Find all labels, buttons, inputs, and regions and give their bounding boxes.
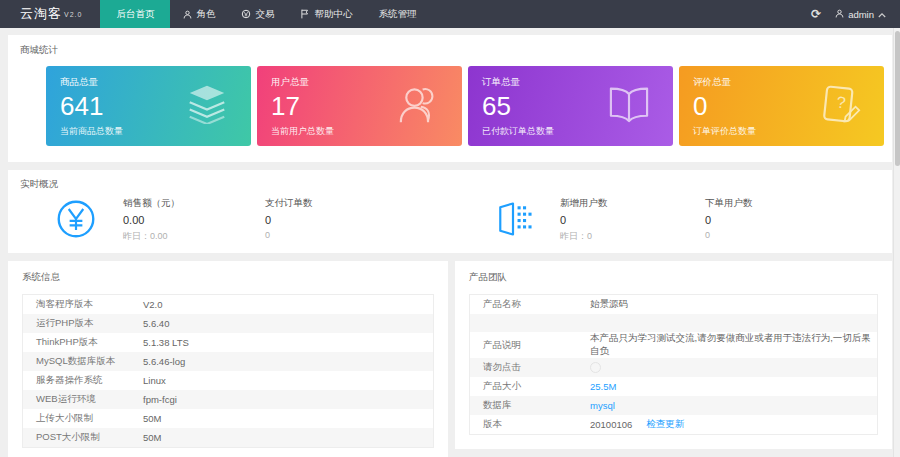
- row-value: 20100106 检查更新: [590, 418, 684, 431]
- layers-icon: [185, 84, 229, 128]
- nav-item-roles[interactable]: 角色: [170, 0, 228, 28]
- dashboard-page: 云淘客V2.0 后台首页 角色 交易 帮助中: [0, 0, 900, 457]
- metric-new-users: 新增用户数 0 昨日：0: [560, 197, 697, 243]
- page-scrollbar: [893, 28, 900, 457]
- row-label: ThinkPHP版本: [23, 336, 143, 349]
- realtime-row: 销售额（元） 0.00 昨日：0.00 支付订单数 0 0 新增用户数 0 昨日…: [20, 197, 880, 243]
- row-value: fpm-fcgi: [143, 394, 177, 405]
- metric-label: 销售额（元）: [123, 197, 260, 210]
- metric-label: 新增用户数: [560, 197, 697, 210]
- row-label: 数据库: [470, 399, 590, 412]
- building-door-icon: [493, 199, 533, 243]
- do-not-click-icon[interactable]: [590, 362, 601, 373]
- table-row: 产品大小 25.5M: [470, 377, 877, 396]
- table-row: 上传大小限制 50M: [23, 409, 433, 428]
- table-row: 淘客程序版本 V2.0: [23, 295, 433, 314]
- book-icon: [607, 85, 651, 127]
- metric-sub: 0: [705, 230, 753, 240]
- row-value: 50M: [143, 413, 161, 424]
- row-label: POST大小限制: [23, 431, 143, 444]
- product-team-panel: 产品团队 产品名称 始景源码 产品说明 本产品只为学习测试交流,请勿要做商业或者…: [455, 261, 892, 449]
- row-value: mysql: [590, 400, 615, 411]
- product-team-table: 产品名称 始景源码 产品说明 本产品只为学习测试交流,请勿要做商业或者用于违法行…: [469, 294, 878, 435]
- table-row: POST大小限制 50M: [23, 428, 433, 447]
- yen-circle-icon: [56, 199, 96, 243]
- table-row: 数据库 mysql: [470, 396, 877, 415]
- metric-ordering-users: 下单用户数 0 0: [705, 197, 753, 240]
- row-value: 本产品只为学习测试交流,请勿要做商业或者用于违法行为,一切后果自负: [590, 332, 877, 358]
- row-value: V2.0: [143, 299, 163, 310]
- row-label: 产品名称: [470, 298, 590, 311]
- stat-card-products: 商品总量 641 当前商品总数量: [46, 66, 251, 146]
- app-logo: 云淘客V2.0: [0, 0, 100, 28]
- row-label: 版本: [470, 418, 590, 431]
- table-row: MySQL数据库版本 5.6.46-log: [23, 352, 433, 371]
- product-team-title: 产品团队: [469, 271, 878, 284]
- table-row: 服务器操作系统 Linux: [23, 371, 433, 390]
- row-value: 5.1.38 LTS: [143, 337, 189, 348]
- refresh-icon[interactable]: ⟳: [811, 8, 821, 20]
- stats-section-title: 商城统计: [20, 44, 888, 57]
- row-value: 5.6.40: [143, 318, 169, 329]
- nav-item-help[interactable]: 帮助中心: [287, 0, 365, 28]
- nav-item-trade[interactable]: 交易: [228, 0, 287, 28]
- row-value: 25.5M: [590, 381, 616, 392]
- nav-item-help-label: 帮助中心: [314, 8, 352, 21]
- metric-sub: 0: [265, 230, 395, 240]
- table-row: ThinkPHP版本 5.1.38 LTS: [23, 333, 433, 352]
- flag-icon: [300, 9, 310, 19]
- metric-label: 下单用户数: [705, 197, 753, 210]
- row-label: 产品大小: [470, 380, 590, 393]
- system-info-table: 淘客程序版本 V2.0 运行PHP版本 5.6.40 ThinkPHP版本 5.…: [22, 294, 434, 448]
- row-value: [590, 362, 601, 373]
- user-icon: [835, 9, 844, 20]
- nav-item-home[interactable]: 后台首页: [100, 0, 170, 28]
- row-value: 50M: [143, 432, 161, 443]
- table-row: 产品名称 始景源码: [470, 295, 877, 314]
- realtime-section: 实时概况 销售额（元） 0.00 昨日：0.00 支付订单数 0 0 新增用户数…: [8, 170, 892, 253]
- metric-value: 0: [265, 214, 395, 226]
- top-navbar: 云淘客V2.0 后台首页 角色 交易 帮助中: [0, 0, 900, 28]
- metric-value: 0: [560, 214, 697, 226]
- table-row: WEB运行环境 fpm-fcgi: [23, 390, 433, 409]
- metric-value: 0: [705, 214, 753, 226]
- metric-sales: 销售额（元） 0.00 昨日：0.00: [123, 197, 260, 243]
- user-menu[interactable]: admin: [835, 9, 886, 20]
- coin-icon: [241, 9, 251, 19]
- nav-item-system[interactable]: 系统管理: [365, 0, 429, 28]
- metric-paid-orders: 支付订单数 0 0: [265, 197, 395, 240]
- row-label: MySQL数据库版本: [23, 355, 143, 368]
- row-value: Linux: [143, 375, 166, 386]
- scrollbar-thumb[interactable]: [895, 31, 900, 166]
- stat-card-orders: 订单总量 65 已付款订单总数量: [468, 66, 673, 146]
- realtime-section-title: 实时概况: [20, 178, 880, 191]
- review-icon: ?: [820, 84, 862, 128]
- table-row: 产品说明 本产品只为学习测试交流,请勿要做商业或者用于违法行为,一切后果自负: [470, 332, 877, 358]
- row-value: 5.6.46-log: [143, 356, 185, 367]
- row-label: 请勿点击: [470, 361, 590, 374]
- system-info-title: 系统信息: [22, 271, 434, 284]
- nav-item-trade-label: 交易: [255, 8, 274, 21]
- metric-sub: 昨日：0: [560, 230, 697, 243]
- row-label: 产品说明: [470, 339, 590, 352]
- person-icon: [183, 10, 192, 19]
- row-label: 淘客程序版本: [23, 298, 143, 311]
- row-label: 运行PHP版本: [23, 317, 143, 330]
- main-nav: 后台首页 角色 交易 帮助中心 系统管理: [100, 0, 429, 28]
- table-row: 版本 20100106 检查更新: [470, 415, 877, 434]
- nav-item-home-label: 后台首页: [116, 8, 154, 21]
- nav-item-roles-label: 角色: [196, 8, 215, 21]
- stat-card-reviews: 评价总量 0 订单评价总数量 ?: [679, 66, 884, 146]
- check-update-link[interactable]: 检查更新: [646, 418, 684, 431]
- bottom-panels: 系统信息 淘客程序版本 V2.0 运行PHP版本 5.6.40 ThinkPHP…: [8, 261, 892, 457]
- stat-cards-row: 商品总量 641 当前商品总数量 用户总量 17 当前用户总数量 订单总量 65…: [46, 66, 884, 146]
- version-number: 20100106: [590, 419, 632, 430]
- metric-sub: 昨日：0.00: [123, 230, 260, 243]
- table-row: 请勿点击: [470, 358, 877, 377]
- stats-section: 商城统计 商品总量 641 当前商品总数量 用户总量 17 当前用户总数量 订单…: [8, 35, 892, 162]
- database-link[interactable]: mysql: [590, 400, 615, 411]
- row-label: WEB运行环境: [23, 393, 143, 406]
- row-label: 上传大小限制: [23, 412, 143, 425]
- user-name: admin: [848, 9, 874, 20]
- product-size-link[interactable]: 25.5M: [590, 381, 616, 392]
